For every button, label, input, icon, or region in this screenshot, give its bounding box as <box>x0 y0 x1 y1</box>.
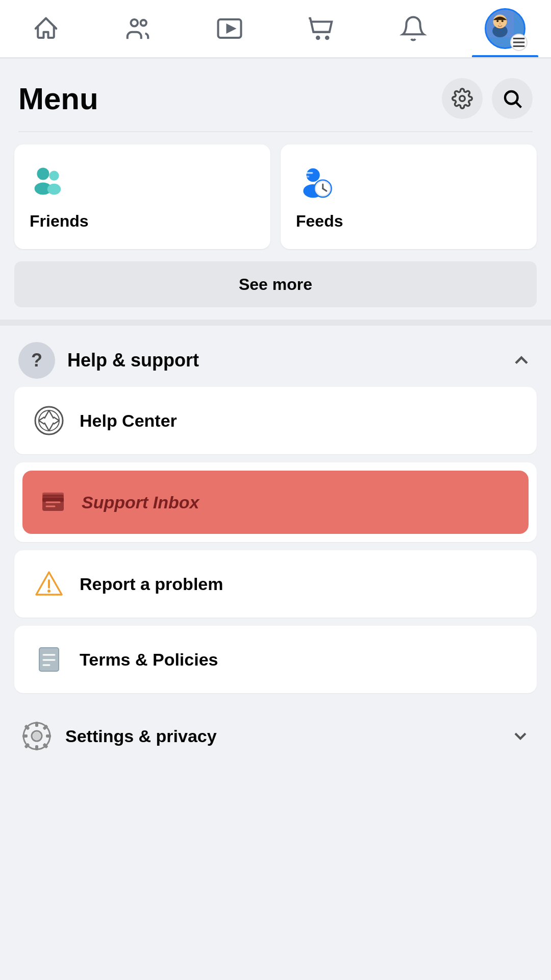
help-icon-circle: ? <box>18 342 55 379</box>
help-center-item[interactable]: Help Center <box>14 387 537 454</box>
friends-card-label: Friends <box>30 212 89 231</box>
svg-marker-3 <box>228 25 235 32</box>
feeds-card[interactable]: Feeds <box>281 144 537 249</box>
terms-icon <box>33 643 65 676</box>
terms-policies-label: Terms & Policies <box>80 650 218 670</box>
svg-point-9 <box>496 20 498 22</box>
nav-friends[interactable] <box>105 0 171 57</box>
support-inbox-icon <box>37 486 69 519</box>
friends-card[interactable]: Friends <box>14 144 270 249</box>
chevron-up-icon <box>510 349 533 372</box>
section-separator <box>0 320 551 326</box>
help-support-header[interactable]: ? Help & support <box>0 326 551 387</box>
help-support-items: Help Center Support Inbox <box>0 387 551 693</box>
settings-button[interactable] <box>442 78 483 119</box>
svg-rect-57 <box>22 734 28 738</box>
menu-badge <box>510 34 528 51</box>
header-actions <box>442 78 533 119</box>
svg-point-21 <box>47 184 61 195</box>
svg-rect-28 <box>302 172 313 174</box>
svg-point-10 <box>502 20 504 22</box>
support-inbox-item[interactable]: Support Inbox <box>22 471 529 534</box>
nav-marketplace[interactable] <box>288 0 355 57</box>
search-icon <box>502 88 523 109</box>
report-icon <box>33 568 65 600</box>
main-content: Menu <box>0 59 551 787</box>
page-title: Menu <box>18 81 98 116</box>
settings-privacy-row[interactable]: Settings & privacy <box>14 701 537 771</box>
shortcuts-grid: Friends Feeds <box>0 132 551 257</box>
nav-notifications[interactable] <box>380 0 446 57</box>
support-inbox-outer: Support Inbox <box>14 462 537 542</box>
svg-point-18 <box>37 168 49 180</box>
svg-rect-42 <box>42 498 64 502</box>
svg-rect-55 <box>35 722 38 727</box>
svg-point-63 <box>33 732 41 740</box>
svg-point-15 <box>460 96 465 102</box>
friends-icon <box>30 163 66 202</box>
bottom-section: Settings & privacy <box>0 701 551 787</box>
help-center-label: Help Center <box>80 411 177 431</box>
svg-point-47 <box>47 590 51 593</box>
nav-menu[interactable] <box>472 0 538 57</box>
feeds-icon <box>296 163 333 202</box>
top-nav <box>0 0 551 59</box>
svg-point-16 <box>505 91 518 104</box>
svg-point-22 <box>306 168 319 182</box>
svg-point-5 <box>326 37 329 39</box>
search-button[interactable] <box>492 78 533 119</box>
svg-point-11 <box>499 22 501 24</box>
svg-point-1 <box>141 20 146 26</box>
feeds-card-label: Feeds <box>296 212 343 231</box>
svg-point-20 <box>49 171 59 181</box>
support-inbox-label: Support Inbox <box>82 493 199 512</box>
menu-header: Menu <box>0 59 551 131</box>
nav-home[interactable] <box>13 0 79 57</box>
svg-point-4 <box>317 37 319 39</box>
svg-line-17 <box>516 103 521 108</box>
help-support-title: Help & support <box>67 350 199 371</box>
see-more-button[interactable]: See more <box>14 261 537 307</box>
svg-rect-56 <box>35 745 38 750</box>
gear-icon <box>452 88 473 109</box>
svg-point-0 <box>131 19 138 27</box>
settings-privacy-label: Settings & privacy <box>65 726 217 746</box>
svg-rect-29 <box>302 176 309 178</box>
svg-point-31 <box>39 410 59 431</box>
help-center-icon <box>33 404 65 437</box>
nav-watch[interactable] <box>196 0 263 57</box>
chevron-down-icon <box>510 726 531 746</box>
svg-rect-58 <box>46 734 51 738</box>
report-problem-item[interactable]: Report a problem <box>14 550 537 618</box>
settings-gear-icon <box>20 720 53 752</box>
report-problem-label: Report a problem <box>80 574 223 594</box>
svg-rect-41 <box>42 493 64 497</box>
terms-policies-item[interactable]: Terms & Policies <box>14 626 537 693</box>
